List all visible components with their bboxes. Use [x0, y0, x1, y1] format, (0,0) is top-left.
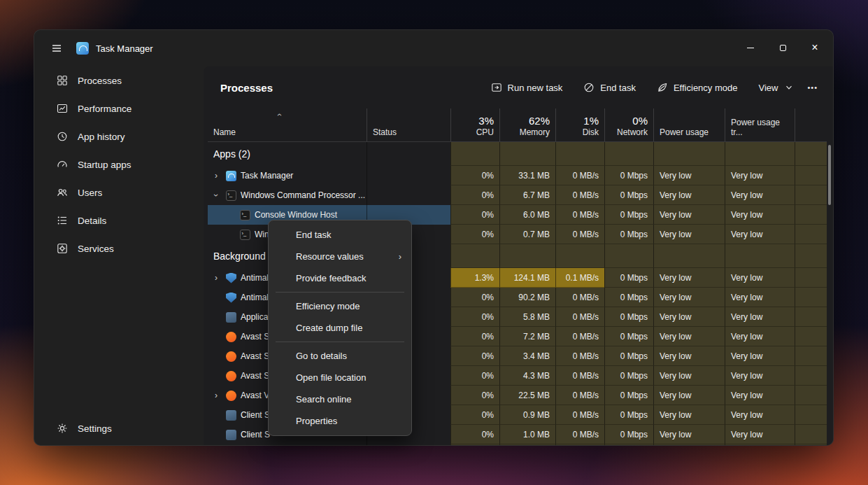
column-header-cpu[interactable]: 3% CPU: [450, 108, 499, 141]
memory-cell: 124.1 MB: [499, 268, 555, 288]
sidebar-item-app-history[interactable]: App history: [38, 122, 199, 150]
menu-item-create-dump-file[interactable]: Create dump file: [271, 317, 408, 339]
memory-cell: 0.9 MB: [499, 405, 555, 425]
chevron-right-icon[interactable]: ›: [211, 171, 222, 181]
chevron-down-icon[interactable]: ›: [211, 190, 221, 201]
cell-value: 0 Mbps: [620, 430, 648, 440]
column-header-power-usage-trend[interactable]: Power usage tr...: [725, 108, 795, 141]
sidebar-item-users[interactable]: Users: [38, 178, 199, 206]
process-row[interactable]: ›Task Manager0%33.1 MB0 MB/s0 MbpsVery l…: [208, 166, 827, 185]
users-icon: [57, 187, 68, 198]
process-row[interactable]: ›Windows Command Processor ...0%6.7 MB0 …: [208, 185, 827, 205]
minimize-button[interactable]: [735, 36, 766, 59]
cpu-cell: 0%: [450, 386, 499, 405]
disk-cell: 0.1 MB/s: [555, 268, 604, 288]
power-usage-cell: [653, 244, 725, 268]
toolbar-efficiency-mode-button[interactable]: Efficiency mode: [650, 77, 745, 98]
menu-item-resource-values[interactable]: Resource values›: [271, 246, 408, 267]
cell-value: Very low: [660, 312, 691, 322]
sidebar-item-services[interactable]: Services: [38, 234, 199, 262]
menu-item-go-to-details[interactable]: Go to details: [271, 345, 408, 367]
sidebar-item-processes[interactable]: Processes: [38, 66, 199, 94]
power-usage-trend-cell: Very low: [725, 405, 795, 425]
toolbar-end-task-button[interactable]: End task: [576, 77, 643, 98]
sidebar-item-details[interactable]: Details: [38, 206, 199, 234]
cell-value: 0 Mbps: [620, 273, 648, 283]
status-cell: [367, 185, 450, 205]
power-usage-cell: Very low: [653, 185, 725, 205]
app-history-icon: [57, 131, 68, 142]
cpu-cell: 0%: [450, 185, 499, 205]
power-usage-cell: [653, 444, 725, 445]
cell-value: Very low: [731, 391, 762, 400]
sidebar-item-performance[interactable]: Performance: [38, 94, 199, 122]
sidebar-item-startup-apps[interactable]: Startup apps: [38, 150, 199, 178]
cell-value: 0 Mbps: [620, 410, 648, 420]
cell-value: 0 MB/s: [573, 332, 599, 342]
menu-item-label: Resource values: [296, 251, 364, 262]
sidebar-item-settings[interactable]: Settings: [38, 414, 199, 442]
hamburger-icon: [51, 43, 62, 54]
column-header-power-usage[interactable]: Power usage: [653, 108, 725, 141]
maximize-button[interactable]: [767, 36, 798, 59]
app-icon: [226, 430, 236, 440]
memory-cell: 22.5 MB: [499, 386, 555, 405]
column-header-network[interactable]: 0% Network: [604, 108, 653, 141]
cell-value: Very low: [660, 351, 691, 361]
chevron-right-icon[interactable]: ›: [211, 273, 222, 283]
group-row[interactable]: Apps (2): [208, 142, 827, 166]
cpu-cell: 0%: [450, 405, 499, 425]
network-cell: 0 Mbps: [604, 327, 653, 346]
chevron-right-icon[interactable]: ›: [211, 391, 222, 400]
column-header-disk[interactable]: 1% Disk: [555, 108, 604, 141]
cell-value: 0%: [482, 410, 494, 420]
menu-item-open-file-location[interactable]: Open file location: [271, 367, 408, 388]
column-header-status[interactable]: Status: [367, 108, 450, 141]
cpu-cell: 1.3%: [450, 268, 499, 288]
column-header-name[interactable]: › Name: [208, 108, 367, 141]
titlebar[interactable]: Task Manager ×: [34, 30, 833, 66]
cell-value: Very low: [660, 210, 691, 220]
menu-item-end-task[interactable]: End task: [271, 224, 408, 246]
close-button[interactable]: ×: [799, 36, 830, 59]
more-options-button[interactable]: •••: [802, 78, 823, 97]
sidebar-nav: ProcessesPerformanceApp historyStartup a…: [34, 66, 204, 262]
power-usage-cell: Very low: [653, 405, 725, 425]
memory-cell: 3.4 MB: [499, 346, 555, 366]
disk-cell: 0 MB/s: [555, 366, 604, 386]
menu-item-efficiency-mode[interactable]: Efficiency mode: [271, 295, 408, 317]
process-row[interactable]: [208, 444, 827, 445]
chevron-down-icon: [783, 82, 795, 93]
cell-value: 0%: [482, 293, 494, 302]
column-header-memory[interactable]: 62% Memory: [499, 108, 555, 141]
process-name: Applica: [241, 312, 268, 322]
extra-cell: [795, 405, 827, 425]
status-cell: [367, 444, 450, 445]
cell-value: 0%: [482, 312, 494, 322]
toolbar-view-button[interactable]: View: [751, 77, 802, 98]
cell-value: 124.1 MB: [514, 273, 550, 283]
menu-item-properties[interactable]: Properties: [271, 410, 408, 432]
minimize-icon: [747, 48, 754, 48]
cell-value: 0 Mbps: [620, 391, 648, 400]
network-cell: 0 Mbps: [604, 307, 653, 327]
network-cell: [604, 244, 653, 268]
toolbar-run-new-task-button[interactable]: Run new task: [484, 77, 570, 98]
cpu-cell: 0%: [450, 425, 499, 444]
menu-item-provide-feedback[interactable]: Provide feedback: [271, 267, 408, 289]
menu-item-search-online[interactable]: Search online: [271, 388, 408, 410]
memory-cell: 33.1 MB: [499, 166, 555, 185]
cell-value: 0 MB/s: [573, 190, 599, 200]
memory-cell: 5.8 MB: [499, 307, 555, 327]
console-icon: [240, 210, 250, 220]
hamburger-menu-button[interactable]: [44, 38, 69, 59]
toolbar-actions: Run new taskEnd taskEfficiency modeView: [484, 77, 802, 98]
network-cell: 0 Mbps: [604, 288, 653, 307]
menu-item-label: Create dump file: [296, 323, 362, 333]
process-name: Windows Command Processor ...: [241, 190, 365, 200]
scrollbar-thumb[interactable]: [828, 145, 831, 205]
network-cell: 0 Mbps: [604, 166, 653, 185]
extra-cell: [795, 166, 827, 185]
disk-cell: 0 MB/s: [555, 185, 604, 205]
cell-value: Very low: [660, 190, 691, 200]
